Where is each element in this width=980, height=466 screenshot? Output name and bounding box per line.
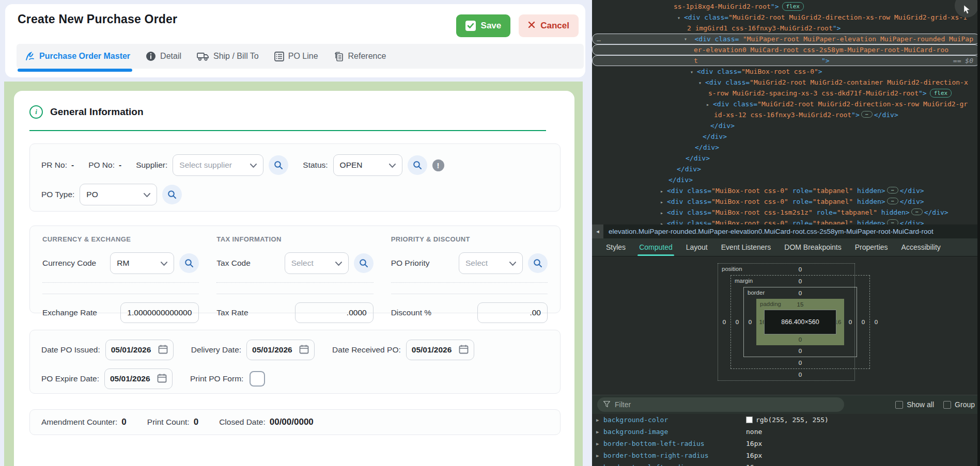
date-input[interactable]: 05/01/2026 xyxy=(104,368,173,389)
elements-tree-line[interactable]: </div> xyxy=(592,120,980,131)
status-field: Status: OPEN ! xyxy=(303,154,444,176)
currency-code-select[interactable]: RM xyxy=(110,252,174,274)
po-type-select[interactable]: PO xyxy=(80,184,157,205)
elements-tree-line[interactable]: s-row MuiGrid2-spacing-xs-3 css-dkd71f-M… xyxy=(592,88,980,99)
devtools-tab-properties[interactable]: Properties xyxy=(848,238,895,256)
elements-tree-line[interactable]: ▾<div class="MuiBox-root css-0"> xyxy=(592,66,980,77)
section-divider xyxy=(29,130,546,131)
date-input[interactable]: 05/01/2026 xyxy=(246,340,315,360)
property-name: border-bottom-right-radius xyxy=(603,452,746,459)
cancel-button[interactable]: Cancel xyxy=(519,14,579,37)
expand-arrow-icon[interactable]: ▾ xyxy=(698,77,705,88)
date-label: Delivery Date: xyxy=(191,345,241,355)
dashed-divider xyxy=(391,282,548,283)
inline-expand-icon[interactable]: ⋯ xyxy=(887,187,898,194)
discount--input[interactable]: .00 xyxy=(477,302,548,323)
elements-tree-line[interactable]: id-xs-12 css-16fnxy3-MuiGrid2-root">⋯</d… xyxy=(592,109,980,120)
devtools-tab-styles[interactable]: Styles xyxy=(599,238,632,256)
inline-expand-icon[interactable]: ⋯ xyxy=(861,111,873,118)
elements-tree-line[interactable]: </div> xyxy=(592,164,980,174)
elements-tree-line[interactable]: </div> xyxy=(592,153,980,164)
search-button[interactable] xyxy=(528,253,548,273)
status-select[interactable]: OPEN xyxy=(333,154,402,176)
property-expand-icon[interactable]: ▶ xyxy=(596,453,603,458)
po-priority-select[interactable]: Select xyxy=(459,252,523,274)
line-gutter-ellipsis[interactable]: … xyxy=(597,34,601,44)
column-select-label: Tax Code xyxy=(216,259,250,268)
flex-badge[interactable]: flex xyxy=(930,89,952,98)
devtools-tab-computed[interactable]: Computed xyxy=(632,238,679,256)
devtools-padding-highlight-overlay: i General Information PR No: - PO No: - xyxy=(4,82,583,466)
box-model-border-layer: border 0 0 0 0 padding 15 16 16 0 866.40… xyxy=(743,287,857,357)
code-token: class= xyxy=(704,13,728,21)
collapse-arrow-icon[interactable]: ▸ xyxy=(660,197,667,207)
tab-po-line[interactable]: PO Line xyxy=(274,52,318,61)
expand-arrow-icon[interactable]: ▾ xyxy=(677,12,684,23)
box-model-position-layer: position 0 0 0 0 margin 0 0 0 0 border 0… xyxy=(718,263,855,381)
elements-tree-line[interactable]: ▸<div class="MuiGrid2-root MuiGrid2-dire… xyxy=(592,99,980,109)
filter-input[interactable]: Filter xyxy=(597,397,844,412)
tax-code-select[interactable]: Select xyxy=(285,252,349,274)
date-input[interactable]: 05/01/2026 xyxy=(105,340,174,360)
po-type-search-button[interactable] xyxy=(162,185,182,204)
elements-tree-line[interactable]: ▸<div class="MuiBox-root css-1sm2s1z" ro… xyxy=(592,207,980,218)
elements-tree-line[interactable]: ▾<div class="MuiGrid2-root MuiGrid2-cont… xyxy=(592,77,980,88)
tab-detail[interactable]: Detail xyxy=(146,51,181,61)
collapse-arrow-icon[interactable]: ▸ xyxy=(660,186,667,197)
po-type-value: PO xyxy=(86,190,98,199)
date-input[interactable]: 05/01/2026 xyxy=(406,340,474,360)
collapse-arrow-icon[interactable]: ▸ xyxy=(706,99,713,110)
tab-purchase-order-master[interactable]: Purchase Order Master xyxy=(25,51,130,61)
property-expand-icon[interactable]: ▶ xyxy=(596,441,603,446)
breadcrumb-back-button[interactable]: ◂ xyxy=(592,224,603,238)
save-button[interactable]: Save xyxy=(456,14,511,37)
column-select-row: Tax CodeSelect xyxy=(216,252,373,274)
search-button[interactable] xyxy=(354,253,374,273)
collapse-arrow-icon[interactable]: ▸ xyxy=(660,207,667,218)
expand-arrow-icon[interactable]: ▾ xyxy=(684,34,691,44)
inline-expand-icon[interactable]: ⋯ xyxy=(911,208,923,215)
supplier-select[interactable]: Select supplier xyxy=(173,154,263,176)
code-token: </div> xyxy=(677,165,701,173)
elements-tree-line[interactable]: </div> xyxy=(592,174,980,185)
tax-rate-input[interactable]: .0000 xyxy=(295,302,374,323)
elements-tree-line[interactable]: er-elevation0 MuiCard-root css-2s58ym-Mu… xyxy=(592,44,980,55)
elements-tree-line[interactable]: </div> xyxy=(592,131,980,142)
breadcrumb-selector[interactable]: elevation.MuiPaper-rounded.MuiPaper-elev… xyxy=(609,228,934,235)
field-column-1: CURRENCY & EXCHANGECurrency CodeRMExchan… xyxy=(42,235,199,323)
property-expand-icon[interactable]: ▶ xyxy=(596,417,603,423)
devtools-tab-accessibility[interactable]: Accessibility xyxy=(895,238,947,256)
tab-reference[interactable]: Reference xyxy=(334,51,386,62)
group-checkbox[interactable] xyxy=(943,401,951,409)
search-button[interactable] xyxy=(179,253,199,273)
tab-ship-bill-to[interactable]: Ship / Bill To xyxy=(197,52,259,61)
select-value: Select xyxy=(465,259,488,268)
date-value: 05/01/2026 xyxy=(110,374,150,383)
elements-tree-line[interactable]: ▾<div class="MuiGrid2-root MuiGrid2-dire… xyxy=(592,12,980,23)
field-column-3: PRIORITY & DISCOUNTPO PrioritySelectDisc… xyxy=(391,235,548,323)
elements-tree-line[interactable]: ▸<div class="MuiBox-root css-0" role="ta… xyxy=(592,185,980,196)
inline-expand-icon[interactable]: ⋯ xyxy=(887,198,898,204)
print-po-form-checkbox[interactable] xyxy=(250,371,265,387)
elements-tree-line[interactable]: ▸<div class="MuiBox-root css-0" role="ta… xyxy=(592,196,980,207)
exchange-rate-input[interactable]: 1.0000000000000 xyxy=(120,302,199,323)
status-label: Status: xyxy=(303,160,328,170)
color-swatch xyxy=(746,416,753,423)
devtools-scrollbar[interactable] xyxy=(977,0,980,466)
elements-tree-line[interactable]: …▾<div class="MuiPaper-root MuiPaper-ele… xyxy=(592,34,980,44)
show-all-checkbox[interactable] xyxy=(895,401,903,409)
expand-arrow-icon[interactable]: ▾ xyxy=(690,67,697,77)
supplier-search-button[interactable] xyxy=(269,155,288,175)
status-warning-icon[interactable]: ! xyxy=(432,159,444,171)
property-expand-icon[interactable]: ▶ xyxy=(596,429,603,435)
devtools-tab-layout[interactable]: Layout xyxy=(679,238,714,256)
elements-tree-line[interactable]: t"> == $0 xyxy=(592,55,980,66)
flex-badge[interactable]: flex xyxy=(782,2,804,11)
status-search-button[interactable] xyxy=(408,155,427,175)
elements-tree-line[interactable]: </div> xyxy=(592,142,980,153)
elements-tree-line[interactable]: 2 imgGird1 css-16fnxy3-MuiGrid2-root"> xyxy=(592,23,980,34)
elements-tree-line[interactable]: ss-1pi8xg4-MuiGrid2-root">flex xyxy=(592,1,980,12)
property-value: 16px xyxy=(746,440,762,447)
devtools-tab-dom-breakpoints[interactable]: DOM Breakpoints xyxy=(777,238,848,256)
devtools-tab-event-listeners[interactable]: Event Listeners xyxy=(714,238,778,256)
